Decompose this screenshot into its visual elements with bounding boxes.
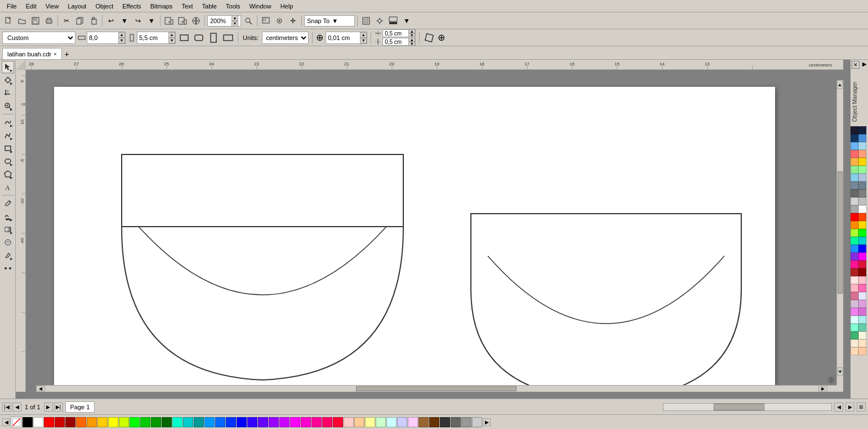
color-swatch[interactable] — [851, 189, 858, 197]
colorbar-swatch[interactable] — [461, 417, 471, 427]
add-page-icon[interactable]: ⊕ — [438, 32, 445, 43]
export-button[interactable] — [176, 15, 189, 27]
colorbar-swatch[interactable] — [451, 417, 461, 427]
publish-button[interactable] — [190, 15, 202, 27]
colorbar-swatch[interactable] — [440, 417, 450, 427]
nudge-input[interactable] — [326, 34, 360, 41]
tab-close-button[interactable]: × — [54, 51, 56, 57]
color-swatch[interactable] — [858, 324, 866, 331]
height-input[interactable] — [137, 34, 168, 41]
colorbar-swatch[interactable] — [172, 417, 182, 427]
last-page-button[interactable]: ▶| — [54, 403, 63, 412]
snap-y-down[interactable]: ▼ — [408, 42, 415, 46]
colorbar-swatch[interactable] — [472, 417, 482, 427]
color-swatch[interactable] — [851, 276, 858, 284]
colorbar-swatch[interactable] — [215, 417, 225, 427]
colorbar-swatch[interactable] — [301, 417, 311, 427]
scroll-down-button[interactable]: ▼ — [838, 367, 843, 376]
status-scroll-right[interactable]: ▶ — [845, 403, 854, 412]
undo-button[interactable]: ↩ — [105, 15, 117, 27]
snap-y-input[interactable] — [383, 38, 408, 45]
menu-effects[interactable]: Effects — [118, 2, 145, 11]
scrollbar-thumb-h[interactable] — [356, 386, 516, 391]
canvas-zoom-button[interactable]: ⊕ — [826, 375, 835, 384]
color-swatch[interactable] — [858, 347, 866, 355]
color-swatch[interactable] — [851, 253, 858, 260]
colorbar-scroll-left[interactable]: ◀ — [2, 418, 10, 426]
color-swatch[interactable] — [851, 142, 858, 150]
menu-layout[interactable]: Layout — [63, 2, 91, 11]
blend-tool[interactable] — [2, 262, 14, 275]
colorbar-swatch[interactable] — [183, 417, 193, 427]
snap-x-down[interactable]: ▼ — [408, 33, 415, 37]
colorbar-swatch[interactable] — [76, 417, 86, 427]
color-swatch[interactable] — [851, 260, 858, 268]
transform-button[interactable] — [423, 32, 435, 44]
landscape-button[interactable] — [222, 32, 234, 44]
zoom-up[interactable]: ▲ — [232, 15, 238, 21]
color-swatch[interactable] — [858, 300, 866, 308]
colorbar-swatch[interactable] — [386, 417, 397, 427]
rectangle-shape-button[interactable] — [178, 32, 190, 44]
prev-page-button[interactable]: ◀ — [12, 403, 21, 412]
color-swatch[interactable] — [858, 158, 866, 166]
view-options-button[interactable] — [273, 15, 286, 27]
portrait-button[interactable] — [207, 32, 220, 44]
scroll-up-button[interactable]: ▲ — [837, 80, 843, 89]
color-swatch[interactable] — [851, 126, 858, 134]
smart-fill-tool[interactable] — [2, 236, 14, 249]
redo-dropdown[interactable]: ▼ — [145, 15, 158, 27]
paste-button[interactable] — [87, 15, 100, 27]
color-swatch[interactable] — [851, 166, 858, 174]
colorbar-swatch[interactable] — [23, 417, 33, 427]
color-swatch[interactable] — [851, 221, 858, 229]
horizontal-scrollbar[interactable]: ◀ ▶ — [36, 385, 836, 392]
menu-file[interactable]: File — [2, 2, 21, 11]
color-swatch[interactable] — [851, 150, 858, 158]
color-swatch[interactable] — [858, 213, 866, 221]
print-button[interactable] — [43, 15, 55, 27]
shape-preset-select[interactable]: Custom — [2, 32, 75, 44]
new-tab-button[interactable]: + — [62, 49, 72, 59]
color-swatch[interactable] — [858, 292, 866, 300]
color-swatch[interactable] — [858, 142, 866, 150]
save-button[interactable] — [29, 15, 42, 27]
colorbar-swatch[interactable] — [204, 417, 215, 427]
object-manager-label[interactable]: Object Manager — [851, 79, 868, 124]
colorbar-swatch[interactable] — [33, 417, 43, 427]
smart-drawing-tool[interactable]: ▶ — [2, 129, 14, 141]
color-swatch[interactable] — [851, 134, 858, 142]
fill-tool[interactable]: ▶ — [2, 210, 14, 223]
resize-handle[interactable]: ⊞ — [857, 403, 866, 412]
panel-close-button[interactable]: ✕ — [852, 61, 860, 69]
colorbar-swatch[interactable] — [269, 417, 279, 427]
colorbar-swatch[interactable] — [55, 417, 65, 427]
width-input[interactable] — [87, 34, 118, 41]
color-swatch[interactable] — [851, 182, 858, 189]
width-up[interactable]: ▲ — [118, 32, 125, 38]
scroll-left-button[interactable]: ◀ — [36, 386, 45, 391]
colorbar-swatch[interactable] — [130, 417, 140, 427]
color-swatch[interactable] — [851, 339, 858, 347]
status-scrollbar[interactable] — [663, 403, 832, 411]
polygon-tool[interactable]: ▶ — [2, 168, 14, 180]
colorbar-swatch[interactable] — [194, 417, 204, 427]
color-swatch[interactable] — [851, 324, 858, 331]
color-swatch[interactable] — [858, 221, 866, 229]
color-swatch[interactable] — [858, 276, 866, 284]
color-swatch[interactable] — [851, 213, 858, 221]
document-tab[interactable]: latihan buah.cdr × — [2, 48, 62, 59]
color-swatch[interactable] — [858, 205, 866, 213]
color-swatch[interactable] — [851, 237, 858, 245]
status-scrollbar-thumb[interactable] — [714, 404, 764, 410]
crop-tool[interactable] — [2, 87, 14, 99]
menu-tools[interactable]: Tools — [221, 2, 245, 11]
fullscreen-button[interactable] — [260, 15, 272, 27]
colorbar-swatch[interactable] — [44, 417, 54, 427]
color-swatch[interactable] — [858, 150, 866, 158]
color-swatch[interactable] — [851, 229, 858, 237]
color-swatch[interactable] — [858, 126, 866, 134]
zoom-down[interactable]: ▼ — [232, 21, 238, 26]
next-page-button[interactable]: ▶ — [44, 403, 53, 412]
color-swatch[interactable] — [858, 182, 866, 189]
